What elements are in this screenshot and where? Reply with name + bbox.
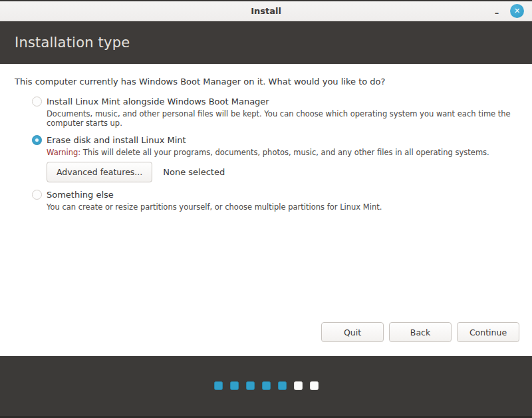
nav-buttons: Quit Back Continue	[321, 322, 519, 342]
option-something-else-description: You can create or resize partitions your…	[47, 202, 517, 212]
radio-erase[interactable]	[32, 135, 42, 145]
warning-label: Warning:	[47, 148, 80, 157]
progress-step-dot	[214, 381, 223, 390]
advanced-features-row: Advanced features... None selected	[47, 162, 517, 182]
progress-dots	[214, 381, 319, 390]
radio-alongside[interactable]	[32, 97, 42, 106]
quit-button[interactable]: Quit	[321, 322, 384, 342]
option-alongside-description: Documents, music, and other personal fil…	[47, 109, 517, 128]
option-erase: Erase disk and install Linux Mint Warnin…	[32, 135, 517, 182]
page-title: Installation type	[15, 35, 130, 51]
main-content: This computer currently has Windows Boot…	[0, 64, 532, 356]
progress-step-dot	[278, 381, 287, 390]
titlebar: Install – ✕	[0, 1, 532, 21]
option-alongside-label: Install Linux Mint alongside Windows Boo…	[47, 97, 269, 106]
advanced-features-button[interactable]: Advanced features...	[47, 162, 152, 182]
progress-step-dot	[246, 381, 255, 390]
option-erase-label: Erase disk and install Linux Mint	[47, 135, 186, 145]
window-title: Install	[0, 6, 532, 16]
continue-button[interactable]: Continue	[457, 322, 519, 342]
minimize-button[interactable]: –	[491, 6, 502, 17]
progress-step-dot	[310, 381, 319, 390]
back-button[interactable]: Back	[389, 322, 452, 342]
page-header: Installation type	[0, 21, 532, 64]
progress-step-dot	[294, 381, 303, 390]
footer	[0, 356, 532, 416]
install-window: Install – ✕ Installation type This compu…	[0, 0, 532, 418]
option-something-else: Something else You can create or resize …	[32, 190, 517, 212]
option-alongside-row[interactable]: Install Linux Mint alongside Windows Boo…	[32, 97, 517, 106]
radio-something-else[interactable]	[32, 190, 42, 200]
option-something-else-row[interactable]: Something else	[32, 190, 517, 200]
installation-options: Install Linux Mint alongside Windows Boo…	[32, 97, 517, 212]
progress-step-dot	[230, 381, 239, 390]
option-alongside: Install Linux Mint alongside Windows Boo…	[32, 97, 517, 128]
option-erase-row[interactable]: Erase disk and install Linux Mint	[32, 135, 517, 145]
advanced-features-status: None selected	[163, 167, 225, 177]
question-text: This computer currently has Windows Boot…	[15, 77, 517, 87]
close-icon: ✕	[514, 7, 520, 15]
option-erase-warning: Warning: This will delete all your progr…	[47, 148, 517, 157]
window-controls: – ✕	[491, 4, 532, 18]
option-something-else-label: Something else	[47, 190, 114, 200]
warning-text: This will delete all your programs, docu…	[80, 148, 489, 157]
progress-step-dot	[262, 381, 271, 390]
close-button[interactable]: ✕	[510, 4, 524, 18]
